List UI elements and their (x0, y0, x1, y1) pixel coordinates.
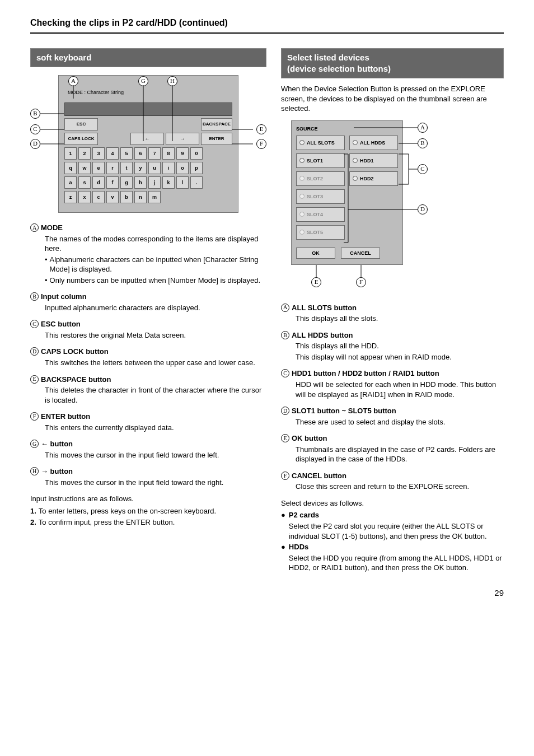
key-o[interactable]: o (176, 162, 189, 174)
def-A-body: The names of the modes corresponding to … (45, 234, 266, 254)
select-devices-list: ● P2 cards Select the P2 card slot you r… (281, 510, 504, 572)
soft-keyboard-header: soft keyboard (30, 48, 266, 67)
cancel-button[interactable]: CANCEL (341, 248, 380, 259)
dev-def-D-title: SLOT1 button ~ SLOT5 button (292, 406, 396, 416)
arrow-right-key[interactable]: → (166, 133, 199, 145)
key-3[interactable]: 3 (92, 147, 105, 160)
def-D-body: This switches the letters between the up… (45, 358, 266, 368)
key-0[interactable]: 0 (190, 147, 203, 160)
dev-callout-A: A (418, 123, 428, 133)
label-A: A (30, 223, 39, 232)
dev-label-F: F (281, 472, 289, 480)
keyboard-row-z: zxcvbnm (64, 191, 232, 203)
label-G: G (30, 440, 39, 448)
all-slots-button[interactable]: ALL SLOTS (296, 136, 345, 150)
instr-1-text: To enter letters, press keys on the on-s… (39, 506, 216, 516)
label-F: F (30, 412, 39, 421)
instr-2-num: 2. (30, 517, 36, 528)
capslock-key[interactable]: CAPS LOCK (64, 133, 98, 145)
key-y[interactable]: y (134, 162, 147, 174)
key-d[interactable]: d (92, 176, 105, 189)
key-8[interactable]: 8 (162, 147, 175, 160)
instr-2-text: To confirm input, press the ENTER button… (39, 517, 175, 528)
key-n[interactable]: n (134, 191, 147, 203)
key-i[interactable]: i (162, 162, 175, 174)
def-B-body: Inputted alphanumeric characters are dis… (45, 303, 266, 313)
key-p[interactable]: p (190, 162, 203, 174)
arrow-left-key[interactable]: ← (130, 133, 164, 145)
callout-G: G (138, 76, 148, 86)
def-E-body: This deletes the character in front of t… (45, 385, 266, 405)
keyboard-mode-label: MODE : Character String (68, 89, 232, 96)
slot5-button[interactable]: SLOT5 (296, 225, 345, 240)
slot3-button[interactable]: SLOT3 (296, 189, 345, 204)
keyboard-input-field[interactable] (64, 102, 232, 116)
slot2-button[interactable]: SLOT2 (296, 171, 345, 186)
key-6[interactable]: 6 (134, 147, 147, 160)
key-w[interactable]: w (78, 162, 91, 174)
all-hdds-button[interactable]: ALL HDDS (349, 136, 398, 150)
key-q[interactable]: q (64, 162, 77, 174)
key-g[interactable]: g (120, 176, 133, 189)
key-l[interactable]: l (176, 176, 189, 189)
label-B: B (30, 292, 39, 301)
def-F-title: ENTER button (41, 412, 90, 422)
hdd2-button[interactable]: HDD2 (349, 171, 398, 186)
key-s[interactable]: s (78, 176, 91, 189)
key-b[interactable]: b (120, 191, 133, 203)
key-f[interactable]: f (106, 176, 119, 189)
keyboard-row-q: qwertyuiop (64, 162, 232, 174)
dev-def-A-title: ALL SLOTS button (292, 303, 357, 313)
def-D-title: CAPS LOCK button (41, 347, 109, 357)
slot4-button[interactable]: SLOT4 (296, 207, 345, 222)
def-A-bullet-0: Alphanumeric characters can be inputted … (50, 255, 266, 274)
dev-def-E-title: OK button (292, 433, 327, 444)
key-t[interactable]: t (120, 162, 133, 174)
sel-1-head: HDDs (289, 542, 504, 552)
key-h[interactable]: h (134, 176, 147, 189)
key-e[interactable]: e (92, 162, 105, 174)
key-v[interactable]: v (106, 191, 119, 203)
input-instructions-lead: Input instructions are as follows. (30, 494, 266, 504)
key-4[interactable]: 4 (106, 147, 119, 160)
key-5[interactable]: 5 (120, 147, 133, 160)
key-k[interactable]: k (162, 176, 175, 189)
label-C: C (30, 320, 39, 328)
hdd1-button[interactable]: HDD1 (349, 153, 398, 168)
device-intro: When the Device Selection Button is pres… (281, 84, 504, 114)
ok-button[interactable]: OK (296, 248, 335, 259)
key-2[interactable]: 2 (78, 147, 91, 160)
dev-callout-D: D (418, 204, 428, 214)
key-r[interactable]: r (106, 162, 119, 174)
dev-callout-B: B (418, 138, 428, 148)
key-u[interactable]: u (148, 162, 161, 174)
key-m[interactable]: m (148, 191, 161, 203)
page-number: 29 (30, 587, 504, 599)
input-instructions-list: 1. To enter letters, press keys on the o… (30, 506, 266, 527)
key-7[interactable]: 7 (148, 147, 161, 160)
device-header-line1: Select listed devices (287, 53, 369, 62)
device-definitions: A ALL SLOTS button This displays all the… (281, 303, 504, 492)
key-c[interactable]: c (92, 191, 105, 203)
dev-def-F-title: CANCEL button (292, 471, 346, 481)
key-x[interactable]: x (78, 191, 91, 203)
dev-label-E: E (281, 434, 289, 442)
keyboard-row-numbers: 1234567890 (64, 147, 232, 160)
slot1-button[interactable]: SLOT1 (296, 153, 345, 168)
key-z[interactable]: z (64, 191, 77, 203)
dev-label-A: A (281, 304, 289, 312)
enter-key[interactable]: ENTER (201, 133, 232, 145)
key-j[interactable]: j (148, 176, 161, 189)
key-1[interactable]: 1 (64, 147, 77, 160)
callout-A: A (68, 76, 78, 86)
key-a[interactable]: a (64, 176, 77, 189)
sel-0-head: P2 cards (289, 510, 504, 520)
def-H-title: → button (41, 466, 73, 477)
dev-def-A-body: This displays all the slots. (296, 314, 504, 324)
def-A-title: MODE (41, 223, 63, 233)
key-.[interactable]: . (190, 176, 203, 189)
def-C-title: ESC button (41, 319, 81, 329)
backspace-key[interactable]: BACKSPACE (201, 118, 232, 130)
esc-key[interactable]: ESC (64, 118, 98, 130)
key-9[interactable]: 9 (176, 147, 189, 160)
